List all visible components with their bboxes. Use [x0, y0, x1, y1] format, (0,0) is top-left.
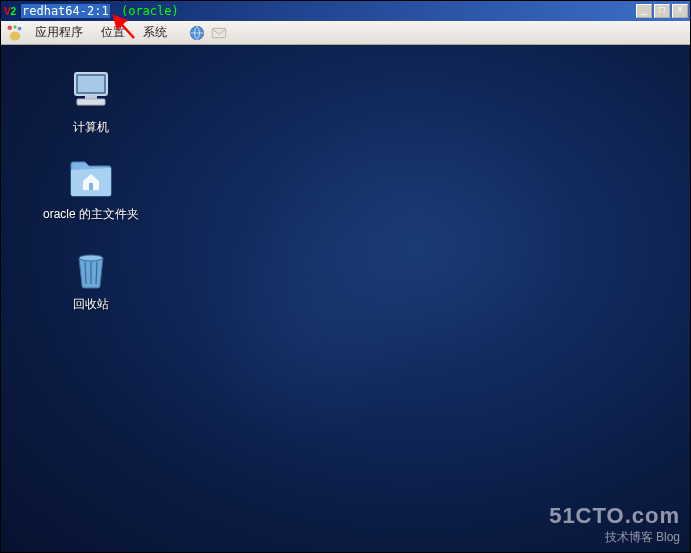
title-host: redhat64-2:1 — [21, 4, 110, 18]
system-menu[interactable]: 系统 — [135, 22, 175, 43]
svg-rect-6 — [212, 28, 225, 37]
vnc-window: V2 redhat64-2:1 (oracle) _ □ × 应用程序 位置 系… — [0, 0, 691, 553]
watermark-line2: 技术博客 Blog — [549, 529, 680, 546]
gnome-panel: 应用程序 位置 系统 — [1, 21, 690, 45]
trash-icon — [67, 244, 115, 292]
home-folder-icon — [67, 154, 115, 202]
gnome-foot-icon — [5, 23, 25, 43]
mail-icon[interactable] — [209, 23, 229, 43]
title-user: (oracle) — [121, 4, 179, 18]
watermark: 51CTO.com 技术博客 Blog — [549, 503, 680, 546]
watermark-line1: 51CTO.com — [549, 503, 680, 529]
minimize-button[interactable]: _ — [636, 4, 652, 18]
browser-icon[interactable] — [187, 23, 207, 43]
home-folder-desktop-icon[interactable]: oracle 的主文件夹 — [31, 150, 151, 227]
svg-point-3 — [18, 26, 22, 30]
svg-rect-9 — [85, 95, 97, 99]
trash-label: 回收站 — [73, 296, 109, 313]
window-controls: _ □ × — [636, 4, 688, 18]
svg-point-2 — [13, 25, 16, 28]
trash-desktop-icon[interactable]: 回收站 — [31, 240, 151, 317]
maximize-button[interactable]: □ — [654, 4, 670, 18]
svg-rect-11 — [89, 183, 93, 190]
svg-point-1 — [8, 25, 13, 30]
places-menu[interactable]: 位置 — [93, 22, 133, 43]
close-button[interactable]: × — [672, 4, 688, 18]
computer-label: 计算机 — [73, 119, 109, 136]
svg-rect-8 — [78, 76, 104, 92]
svg-point-12 — [79, 255, 103, 261]
desktop[interactable]: 计算机 oracle 的主文件夹 — [1, 45, 690, 552]
svg-rect-10 — [77, 99, 105, 105]
applications-menu[interactable]: 应用程序 — [27, 22, 91, 43]
svg-point-4 — [10, 31, 21, 40]
window-title: redhat64-2:1 (oracle) — [21, 4, 179, 18]
computer-desktop-icon[interactable]: 计算机 — [31, 63, 151, 140]
home-folder-label: oracle 的主文件夹 — [43, 206, 139, 223]
titlebar: V2 redhat64-2:1 (oracle) _ □ × — [1, 1, 690, 21]
vnc-icon: V2 — [3, 4, 17, 18]
computer-icon — [67, 67, 115, 115]
